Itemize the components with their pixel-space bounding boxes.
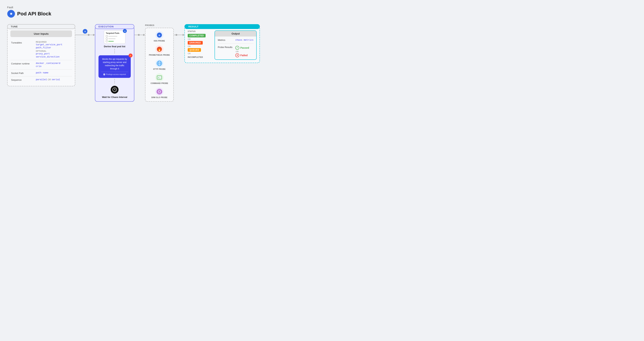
privilege-badge: Privilege access required [101, 72, 128, 76]
probes-content: ⎈ K8S PROBE 🔥 PROMETHEUS PROBE [145, 28, 174, 102]
metrics-row: Metrics chaos metrics [218, 39, 254, 41]
container-runtime-row: Container runtime docker , containerd cr… [10, 60, 72, 70]
tune-content: User Inputs Tuneables REQUIRED target_se… [7, 26, 75, 86]
chaos-badge: ⚡ [128, 53, 132, 57]
svg-text:>_: >_ [158, 76, 161, 79]
probe-results-values: ✓ Passed OR ✕ Failed [235, 46, 254, 57]
socket-path-label: Socket Path [11, 71, 34, 74]
sequence-row: Sequence parallel OR serial [10, 76, 72, 83]
execution-content: ⎈ Targeted Pods [95, 26, 134, 102]
http-probe-label: HTTP PROBE [153, 68, 166, 70]
execution-block: EXECUTION ⎈ Targeted Pods [95, 24, 134, 102]
cmd-probe-icon: >_ [155, 73, 164, 82]
check-icon: ✓ [235, 46, 239, 50]
runtime-containerd: containerd [46, 62, 60, 65]
seq-or: OR [48, 78, 51, 81]
svg-line-8 [114, 90, 116, 90]
runtime-crio: crio [36, 65, 71, 68]
dashed-arrow-2 [114, 79, 115, 84]
srm-probe-label: SRM SLO PROBE [151, 96, 168, 98]
probe-results-label: Probe Results [218, 46, 234, 48]
tuneable-service-direction: service_direction [36, 55, 71, 58]
output-divider [218, 43, 254, 44]
tune-label: TUNE [7, 24, 75, 29]
runtime-docker: docker [36, 62, 44, 65]
svg-point-24 [159, 91, 160, 92]
output-header: Output [215, 31, 256, 36]
priv-label: Privilege access required [106, 73, 126, 76]
socket-path-values: path name [36, 71, 71, 74]
sequence-label: Sequence [11, 78, 34, 81]
execution-label: EXECUTION [95, 24, 134, 29]
probes-label: PROBES [145, 24, 174, 26]
failed-item: ✕ Failed [235, 53, 254, 57]
fault-label: Fault [7, 6, 637, 9]
svg-text:⎈: ⎈ [158, 34, 160, 37]
probes-to-result-connector [174, 24, 184, 36]
targeted-pods-title: Targeted Pods [106, 32, 124, 34]
dashed-arrow-1 [114, 49, 115, 54]
page-title-row: ⎈ Pod API Block [7, 10, 637, 18]
wait-label: Wait for Chaos Interval [102, 96, 127, 98]
status-queued: QUEUED [188, 48, 201, 52]
seq-parallel: parallel [36, 78, 47, 81]
http-probe-icon [155, 59, 164, 67]
targeted-pods-card: ⎈ Targeted Pods [104, 30, 125, 44]
tuneables-values: REQUIRED target_service_port path_filter… [36, 41, 71, 58]
cmd-probe-label: COMMAND PROBE [150, 82, 168, 84]
optional-label: OPTIONAL [36, 50, 71, 52]
result-content: STATUS COMPLETED OR ERRORED OR QUEUED OR… [184, 26, 260, 63]
tune-block: TUNE User Inputs Tuneables REQUIRED targ… [7, 24, 75, 86]
status-or-3: OR [188, 52, 211, 55]
passed-item: ✓ Passed [235, 46, 254, 50]
srm-probe-icon [155, 87, 164, 96]
svg-text:⎈: ⎈ [124, 30, 126, 32]
status-completed: COMPLETED [188, 34, 206, 37]
tuneable-proxy-port: proxy_port [36, 52, 71, 55]
output-body: Metrics chaos metrics Probe Results ✓ [215, 36, 256, 59]
status-incompleted: INCOMPLETED [188, 56, 203, 58]
execution-to-probes-connector [134, 24, 145, 36]
prom-probe-icon: 🔥 [155, 45, 164, 53]
clock-svg [112, 87, 117, 92]
status-errored: ERRORED [188, 41, 203, 44]
metrics-value: chaos metrics [235, 39, 254, 41]
status-section-label: STATUS [188, 30, 211, 32]
container-runtime-values: docker , containerd crio [36, 62, 71, 68]
socket-path-value: path name [36, 71, 71, 74]
seq-serial: serial [52, 78, 60, 81]
tuneable-target-service-port: target_service_port [36, 43, 71, 46]
svg-text:⎈: ⎈ [10, 12, 12, 15]
probe-results-row: Probe Results ✓ Passed OR ✕ Failed [218, 46, 254, 57]
user-inputs-header: User Inputs [10, 30, 72, 37]
socket-path-row: Socket Path path name [10, 70, 72, 76]
http-probe: HTTP PROBE [148, 59, 171, 70]
k8s-probe: ⎈ K8S PROBE [148, 31, 171, 42]
metrics-label: Metrics [218, 39, 234, 41]
tuneables-label: Tuneables [11, 41, 34, 44]
execution-action-card: ⚡ blocks the api requests by starting pr… [98, 55, 131, 78]
status-section: STATUS COMPLETED OR ERRORED OR QUEUED OR… [188, 30, 211, 60]
output-section: Output Metrics chaos metrics Probe Resul… [214, 30, 257, 60]
shield-icon [103, 73, 105, 75]
result-label: RESULT [184, 24, 260, 29]
tuneables-row: Tuneables REQUIRED target_service_port p… [10, 39, 72, 60]
sequence-values: parallel OR serial [36, 78, 71, 81]
derive-label: Derive final pod list [104, 45, 125, 48]
passed-label: Passed [240, 46, 249, 49]
failed-label: Failed [240, 54, 248, 57]
command-probe: >_ COMMAND PROBE [148, 73, 171, 84]
svg-text:🔥: 🔥 [158, 47, 162, 51]
page-title: Pod API Block [17, 11, 51, 17]
probes-block: PROBES ⎈ K8S PROBE 🔥 [145, 24, 174, 102]
prometheus-probe: 🔥 PROMETHEUS PROBE [148, 45, 171, 56]
action-text: blocks the api requests by starting prox… [102, 58, 127, 70]
srm-probe: SRM SLO PROBE [148, 87, 171, 98]
k8s-probe-label: K8S PROBE [154, 40, 165, 42]
checkbox-lines [106, 35, 124, 42]
result-block: RESULT STATUS COMPLETED OR ERRORED OR QU… [184, 24, 260, 63]
connector-k8s-icon: ⎈ [82, 29, 88, 34]
diagram: TUNE User Inputs Tuneables REQUIRED targ… [7, 24, 637, 102]
status-or-1: OR [188, 38, 211, 40]
k8s-probe-icon: ⎈ [155, 31, 164, 39]
